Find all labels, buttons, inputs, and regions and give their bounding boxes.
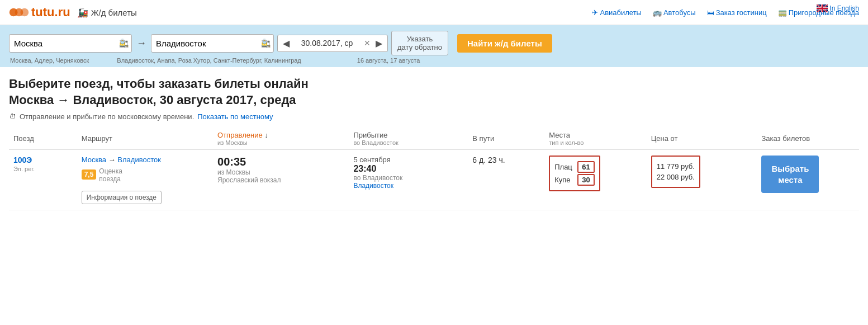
trains-table: Поезд Маршрут Отправление ↓ из Москвы Пр… [9,128,859,210]
return-date-btn[interactable]: Указать дату обратно [391,31,448,55]
train-section-label: Ж/д билеты [91,8,137,17]
search-bar: 🚉 → 🚉 ◀ 30.08.2017, ср ✕ ▶ Указать дату … [0,25,868,67]
date-wrap: ◀ 30.08.2017, ср ✕ ▶ [277,35,388,52]
seat-type-1: Купе [554,176,574,184]
date-next-btn[interactable]: ▶ [374,38,384,49]
nav-flights[interactable]: ✈ Авиабилеты [592,8,641,17]
timezone-note: ⏱ Отправление и прибытие по московскому … [9,112,859,121]
search-hints: Москва, Адлер, Черняховск Владивосток, А… [9,57,859,64]
date-prev-btn[interactable]: ◀ [281,38,291,49]
travel-cell: 6 д. 23 ч. [468,150,544,210]
arrive-date: 5 сентября [353,156,463,164]
price-row-1: 22 008 руб. [657,173,695,181]
train-cell: 100Э Эл. рег. [9,150,77,210]
page-title: Выберите поезд, чтобы заказать билеты он… [9,76,859,108]
th-depart-label[interactable]: Отправление [217,131,263,139]
to-input-wrap: 🚉 [151,34,274,53]
route-from-link[interactable]: Москва [82,156,106,164]
table-header-row: Поезд Маршрут Отправление ↓ из Москвы Пр… [9,128,859,150]
search-button[interactable]: Найти ж/д билеты [457,34,552,53]
date-clear-btn[interactable]: ✕ [363,39,372,48]
direction-arrow: → [136,37,146,49]
timezone-text: Отправление и прибытие по московскому вр… [20,112,194,121]
nav-buses-label: Автобусы [663,8,696,17]
depart-station: Ярославский вокзал [217,176,344,184]
nav-hotels[interactable]: 🛏 Заказ гостиниц [707,8,767,17]
price-box: 11 779 руб. 22 008 руб. [651,156,700,188]
logo-icon [9,4,29,20]
lang-switch-label: In English [829,4,859,12]
th-seats: Места тип и кол-во [544,128,647,150]
th-arrive-sub: во Владивосток [353,139,463,146]
train-to-icon: 🚉 [261,39,271,48]
arrive-cell: 5 сентября 23:40 во Владивосток Владивос… [349,150,468,210]
depart-cell: 00:35 из Москвы Ярославский вокзал [213,150,349,210]
th-route: Маршрут [77,128,213,150]
arrive-dest: во Владивосток [353,174,463,182]
table-row: 100Э Эл. рег. Москва → Владивосток 7,5 О… [9,150,859,210]
train-type: Эл. рег. [13,166,35,172]
route-to-link[interactable]: Владивосток [117,156,161,164]
date-hints: 16 августа, 17 августа [357,57,420,64]
order-cell: Выбрать места [757,150,859,210]
seat-type-0: Плац [554,163,574,171]
logo-link[interactable]: tutu.ru [9,4,70,20]
train-from-icon: 🚉 [119,39,129,48]
seat-count-1: 30 [577,174,594,186]
th-depart-sub: из Москвы [217,139,344,146]
train-section-icon: 🚂 [77,7,88,18]
price-row-0: 11 779 руб. [657,162,695,171]
seats-cell-td: Плац 61 Купе 30 [544,150,647,210]
select-seats-button[interactable]: Выбрать места [761,156,819,193]
bus-icon: 🚌 [653,8,662,17]
suburban-icon: 🚃 [778,8,787,17]
depart-from: из Москвы [217,168,344,176]
to-input[interactable] [151,34,274,53]
logo-text: tutu.ru [31,5,70,20]
main-content: Выберите поезд, чтобы заказать билеты он… [0,67,868,210]
date-display: 30.08.2017, ср [293,39,361,48]
route-cell: Москва → Владивосток 7,5 Оценка поезда И… [77,150,213,210]
th-arrive: Прибытие во Владивосток [349,128,468,150]
route-arrow: → [108,156,118,164]
depart-time: 00:35 [217,156,344,168]
timezone-link[interactable]: Показать по местному [197,112,273,121]
seat-count-0: 61 [577,161,594,173]
page-title-line2: Москва → Владивосток, 30 августа 2017, с… [9,92,859,109]
th-order: Заказ билетов [757,128,859,150]
nav-flights-label: Авиабилеты [600,8,641,17]
train-info-button[interactable]: Информация о поезде [82,191,162,204]
page-title-line1: Выберите поезд, чтобы заказать билеты он… [9,76,859,92]
price-cell-td: 11 779 руб. 22 008 руб. [647,150,757,210]
search-row: 🚉 → 🚉 ◀ 30.08.2017, ср ✕ ▶ Указать дату … [9,31,859,55]
train-number-link[interactable]: 100Э [13,156,32,164]
seats-box: Плац 61 Купе 30 [549,156,600,191]
th-travel: В пути [468,128,544,150]
rating-label: Оценка поезда [99,167,122,183]
th-train: Поезд [9,128,77,150]
plane-icon: ✈ [592,8,598,17]
flag-uk-icon [817,4,828,12]
th-price: Цена от [647,128,757,150]
nav-hotels-label: Заказ гостиниц [716,8,767,17]
nav-buses[interactable]: 🚌 Автобусы [653,8,696,17]
from-input[interactable] [9,34,132,53]
th-depart: Отправление ↓ из Москвы [213,128,349,150]
seat-row-1: Купе 30 [554,174,594,186]
arrive-station-name: Владивосток [353,182,463,190]
lang-switch[interactable]: In English [817,4,859,12]
from-input-wrap: 🚉 [9,34,132,53]
hotel-icon: 🛏 [707,8,714,17]
header: tutu.ru 🚂 Ж/д билеты ✈ Авиабилеты 🚌 Авто… [0,0,868,25]
arrive-time: 23:40 [353,164,463,174]
to-hints: Владивосток, Анапа, Роза Хутор, Санкт-Пе… [117,57,301,64]
from-hints: Москва, Адлер, Черняховск [10,57,89,64]
svg-point-2 [20,8,29,17]
th-seats-sub: тип и кол-во [549,139,642,146]
rating-badge: 7,5 [82,169,97,180]
seat-row-0: Плац 61 [554,161,594,173]
clock-icon: ⏱ [9,112,16,121]
travel-time: 6 д. 23 ч. [472,156,540,164]
